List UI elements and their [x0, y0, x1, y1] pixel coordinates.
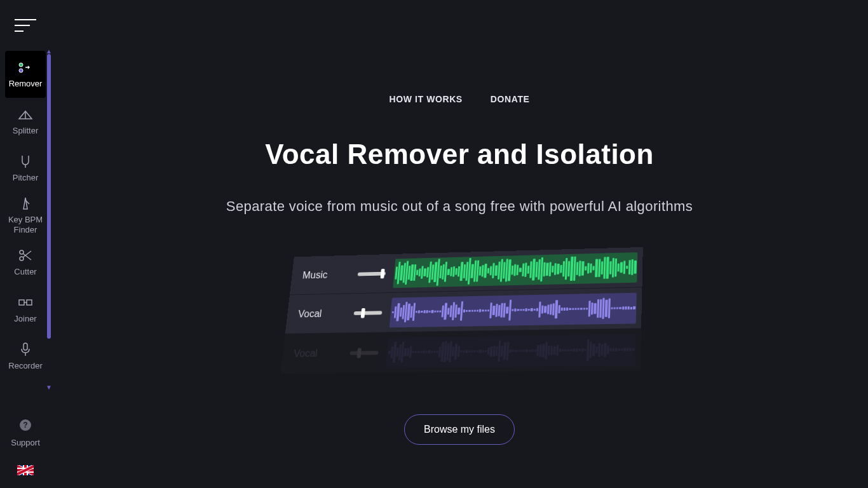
sidebar: ▲ ▼ Remover Splitter: [0, 0, 51, 488]
flag-stripe-h: [17, 469, 34, 471]
track-vocal-slider: [354, 311, 383, 315]
help-icon: ?: [18, 418, 32, 434]
sidebar-item-joiner[interactable]: Joiner: [5, 286, 46, 333]
page-subtitle: Separate voice from music out of a song …: [226, 198, 693, 215]
sidebar-item-recorder[interactable]: Recorder: [5, 333, 46, 380]
sidebar-item-label: Recorder: [8, 361, 42, 371]
main-content: HOW IT WORKS DONATE Vocal Remover and Is…: [51, 0, 868, 488]
language-selector[interactable]: [17, 465, 34, 475]
menu-toggle[interactable]: [0, 0, 51, 51]
track-vocal-reflection-label: Vocal: [282, 347, 350, 359]
svg-point-4: [19, 69, 23, 72]
scissors-icon: [17, 248, 34, 263]
track-vocal-reflection: Vocal: [280, 329, 641, 374]
pitcher-icon: [17, 154, 34, 169]
top-nav: HOW IT WORKS DONATE: [390, 94, 530, 104]
sidebar-item-cutter[interactable]: Cutter: [5, 239, 46, 286]
splitter-icon: [17, 107, 34, 122]
track-music-slider: [358, 271, 386, 276]
remover-icon: [17, 60, 34, 75]
sidebar-item-label: Remover: [9, 79, 43, 89]
track-music: Music: [290, 247, 643, 295]
svg-rect-15: [24, 343, 27, 350]
support-label: Support: [11, 438, 40, 447]
svg-text:?: ?: [23, 421, 27, 430]
support-link[interactable]: ? Support: [11, 418, 40, 447]
waveform-vocal: [390, 292, 637, 327]
svg-point-3: [19, 63, 23, 67]
sidebar-nav: ▲ ▼ Remover Splitter: [0, 51, 51, 380]
sidebar-item-label: Splitter: [13, 126, 38, 136]
flag-stripe-v: [24, 465, 27, 475]
sidebar-item-label: Key BPM Finder: [5, 215, 46, 234]
metronome-icon: [17, 196, 34, 211]
sidebar-item-pitcher[interactable]: Pitcher: [5, 145, 46, 192]
joiner-icon: [17, 295, 34, 310]
donate-link[interactable]: DONATE: [491, 94, 530, 104]
how-it-works-link[interactable]: HOW IT WORKS: [390, 94, 463, 104]
menu-icon: [15, 18, 36, 32]
sidebar-item-splitter[interactable]: Splitter: [5, 98, 46, 145]
waveform-music: [393, 252, 637, 288]
sidebar-item-remover[interactable]: Remover: [5, 51, 46, 98]
svg-rect-12: [19, 300, 24, 305]
page-title: Vocal Remover and Isolation: [265, 139, 654, 170]
svg-rect-13: [27, 300, 32, 305]
track-music-label: Music: [291, 269, 358, 281]
sidebar-item-keybpm[interactable]: Key BPM Finder: [5, 192, 46, 239]
browse-files-button[interactable]: Browse my files: [404, 414, 515, 445]
sidebar-item-label: Joiner: [14, 314, 36, 324]
hero-illustration: Music Vocal Vocal: [281, 250, 637, 372]
track-vocal: Vocal: [285, 287, 642, 334]
sidebar-footer: ? Support: [0, 418, 51, 488]
sidebar-item-label: Pitcher: [13, 173, 38, 183]
sidebar-item-label: Cutter: [14, 267, 36, 277]
microphone-icon: [17, 342, 34, 357]
track-vocal-label: Vocal: [287, 308, 354, 320]
